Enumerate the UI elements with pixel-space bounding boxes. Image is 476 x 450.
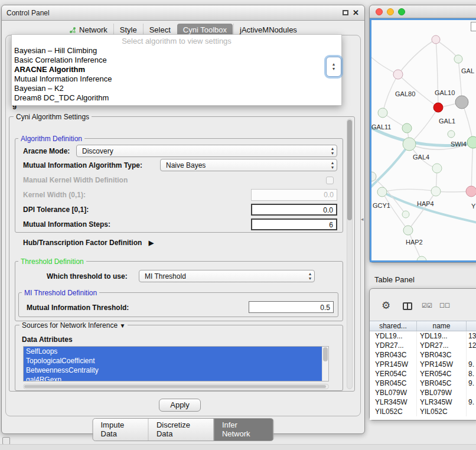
clear-selection-icon[interactable]: ☐☐ bbox=[439, 302, 450, 309]
network-node[interactable] bbox=[448, 131, 455, 138]
attributes-hscrollbar-thumb[interactable] bbox=[24, 385, 326, 388]
algorithm-option[interactable]: Dream8 DC_TDC Algorithm bbox=[12, 93, 341, 103]
network-node[interactable] bbox=[377, 187, 387, 197]
network-node[interactable] bbox=[455, 96, 468, 109]
float-window-icon[interactable] bbox=[343, 10, 348, 15]
network-node[interactable] bbox=[378, 108, 387, 118]
algorithm-option[interactable]: Bayesian – K2 bbox=[12, 84, 341, 93]
table-cell: YBL079W bbox=[370, 388, 417, 397]
manual-kernel-checkbox[interactable] bbox=[326, 177, 334, 184]
table-cell: YIL052C bbox=[370, 407, 417, 416]
aracne-mode-select[interactable]: Discovery ▴▾ bbox=[76, 145, 337, 157]
window-title: Control Panel bbox=[6, 9, 50, 17]
algorithm-option[interactable]: Bayesian – Hill Climbing bbox=[12, 46, 341, 56]
zoom-traffic-light[interactable] bbox=[398, 8, 405, 15]
network-node[interactable] bbox=[393, 70, 403, 79]
network-node[interactable] bbox=[432, 35, 440, 44]
which-threshold-label: Which threshold to use: bbox=[47, 272, 128, 281]
desktop: Control Panel ✕ Network Style Select Cyn… bbox=[0, 0, 476, 450]
network-graph[interactable]: GAL80GALGAL10GAL11GAL1SWI4GAL4GCY1HAP4HA… bbox=[371, 20, 476, 262]
settings-scrollbar-thumb[interactable] bbox=[347, 120, 352, 220]
columns-icon[interactable] bbox=[403, 302, 412, 310]
network-node[interactable] bbox=[402, 123, 412, 133]
apply-button[interactable]: Apply bbox=[159, 399, 201, 412]
network-edge bbox=[408, 230, 422, 261]
network-edge bbox=[382, 192, 476, 223]
network-tab-icon bbox=[69, 27, 76, 34]
column-header[interactable] bbox=[467, 321, 476, 331]
hub-definition-toggle[interactable]: Hub/Transcription Factor Definition ▶ bbox=[23, 239, 154, 247]
attribute-item[interactable]: TopologicalCoefficient bbox=[24, 356, 322, 366]
mi-algorithm-type-select[interactable]: Naive Bayes ▴▾ bbox=[160, 159, 337, 171]
attributes-scrollbar-track[interactable] bbox=[322, 347, 328, 381]
network-canvas[interactable]: GAL80GALGAL10GAL11GAL1SWI4GAL4GCY1HAP4HA… bbox=[370, 18, 476, 262]
mi-threshold-field[interactable]: 0.5 bbox=[249, 301, 334, 313]
network-node[interactable] bbox=[431, 187, 441, 196]
close-window-icon[interactable]: ✕ bbox=[353, 8, 359, 17]
algorithm-option[interactable]: Mutual Information Inference bbox=[12, 74, 341, 84]
network-edge bbox=[409, 107, 438, 144]
tab-impute-data[interactable]: Impute Data bbox=[93, 419, 148, 441]
select-all-icon[interactable]: ☑☑ bbox=[422, 302, 432, 309]
hub-definition-label: Hub/Transcription Factor Definition bbox=[23, 239, 142, 247]
network-node[interactable] bbox=[467, 136, 476, 148]
arrow-down-icon: ▾ bbox=[332, 67, 335, 71]
table-cell: 8. bbox=[467, 369, 476, 379]
table-row[interactable]: YBR043CYBR043C bbox=[370, 350, 476, 360]
attribute-item[interactable]: gal4RGexp bbox=[24, 375, 322, 381]
threshold-definition-title: Threshold Definition bbox=[18, 257, 86, 266]
network-node[interactable] bbox=[466, 186, 476, 197]
table-row[interactable]: YIL052CYIL052C bbox=[370, 407, 476, 416]
minimize-traffic-light[interactable] bbox=[387, 8, 394, 15]
table-row[interactable]: YPR145WYPR145W9. bbox=[370, 360, 476, 369]
close-traffic-light[interactable] bbox=[376, 8, 383, 15]
node-label: GAL11 bbox=[371, 123, 391, 131]
table-row[interactable]: YDL19...YDL19...13 bbox=[370, 331, 476, 341]
mi-steps-field[interactable]: 6 bbox=[251, 219, 337, 230]
node-label: HAP4 bbox=[417, 200, 434, 207]
network-node[interactable] bbox=[417, 256, 426, 262]
dpi-tolerance-field[interactable]: 0.0 bbox=[251, 204, 337, 216]
sources-group-title[interactable]: Sources for Network Inference ▼ bbox=[19, 321, 128, 330]
column-header[interactable]: name bbox=[417, 321, 467, 331]
network-node[interactable] bbox=[454, 55, 462, 63]
network-node[interactable] bbox=[402, 211, 409, 218]
combo-stepper-icon: ▴▾ bbox=[331, 146, 334, 156]
attribute-item[interactable]: BetweennessCentrality bbox=[24, 366, 322, 375]
table-cell: YDL19... bbox=[370, 331, 417, 341]
network-window-titlebar[interactable] bbox=[370, 5, 476, 18]
kernel-width-field[interactable]: 0.0 bbox=[251, 189, 337, 201]
table-panel-title: Table Panel bbox=[374, 275, 415, 284]
table-row[interactable]: YBL079WYBL079W bbox=[370, 388, 476, 397]
network-node[interactable] bbox=[403, 138, 416, 151]
gear-icon[interactable]: ⚙ bbox=[382, 299, 390, 312]
attributes-hscrollbar-track[interactable] bbox=[23, 384, 329, 389]
algorithm-option[interactable]: Basic Correlation Inference bbox=[12, 56, 341, 65]
table-cell: YLR345W bbox=[370, 397, 417, 407]
table-row[interactable]: YER054CYER054C8. bbox=[370, 369, 476, 379]
which-threshold-select[interactable]: MI Threshold ▴▾ bbox=[139, 270, 315, 282]
table-panel-window: ⚙ ☑☑ ☐☐ shared... name YDL19...YDL19...1… bbox=[369, 288, 476, 420]
network-node[interactable] bbox=[403, 226, 413, 235]
table-row[interactable]: YDR27...YDR27...12 bbox=[370, 341, 476, 350]
table-row[interactable]: YBR045CYBR045C9. bbox=[370, 379, 476, 388]
table-row[interactable]: YLR345WYLR345W9. bbox=[370, 397, 476, 407]
tab-discretize-data[interactable]: Discretize Data bbox=[148, 419, 214, 441]
algorithm-option[interactable]: ARACNE Algorithm bbox=[12, 65, 341, 74]
network-node[interactable] bbox=[433, 103, 443, 112]
table-cell: YDR27... bbox=[370, 341, 417, 350]
network-node[interactable] bbox=[432, 164, 442, 173]
algorithm-combo-stepper[interactable]: ▴ ▾ bbox=[326, 57, 341, 77]
tab-label: jActiveMNodules bbox=[240, 25, 297, 34]
aracne-mode-label: Aracne Mode: bbox=[23, 147, 70, 155]
control-panel-titlebar[interactable]: Control Panel ✕ bbox=[2, 5, 364, 21]
tab-infer-network[interactable]: Infer Network bbox=[214, 419, 273, 441]
panel-splitter-icon[interactable]: ◂ bbox=[361, 216, 364, 222]
column-header[interactable]: shared... bbox=[370, 321, 417, 331]
bottom-strip bbox=[0, 444, 476, 450]
data-attributes-list[interactable]: SelfLoops TopologicalCoefficient Between… bbox=[23, 346, 329, 381]
attributes-scrollbar-thumb[interactable] bbox=[323, 347, 328, 361]
attribute-item[interactable]: SelfLoops bbox=[24, 347, 322, 356]
table-cell bbox=[467, 407, 476, 416]
birdseye-toggle[interactable] bbox=[471, 22, 476, 31]
